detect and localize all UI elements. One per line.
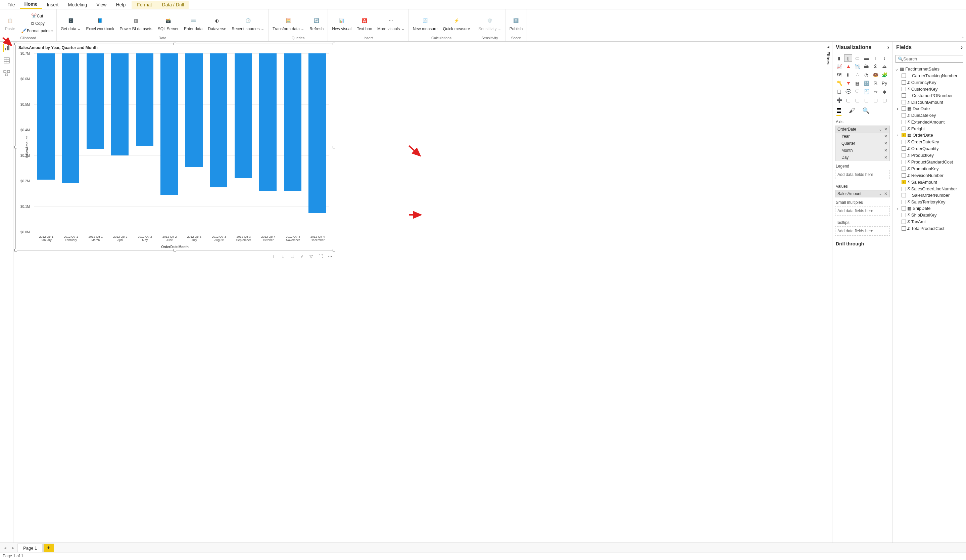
field-item[interactable]: ΣSalesTerritoryKey [893,199,966,205]
bar[interactable] [309,53,326,213]
quick-measure-button[interactable]: ⚡Quick measure [441,15,472,32]
viz-type-icon[interactable]: ▱ [871,88,879,95]
viz-type-icon[interactable]: Py [881,80,889,87]
pbi-datasets-button[interactable]: ▥Power BI datasets [117,15,154,32]
add-page-button[interactable]: + [43,544,54,552]
field-checkbox[interactable] [902,173,906,177]
field-item[interactable]: ΣExtendedAmount [893,118,966,125]
table-node[interactable]: ⌄ ▦ FactInternetSales [893,66,966,72]
filters-collapsed-pane[interactable]: ◂ Filters [824,42,833,542]
viz-type-icon[interactable]: 🏔 [862,63,870,70]
viz-type-icon[interactable]: ▢ [844,96,852,104]
field-checkbox[interactable] [902,180,906,184]
field-checkbox[interactable] [902,87,906,91]
viz-type-icon[interactable]: 🔢 [862,80,870,87]
field-item[interactable]: ΣProductKey [893,152,966,158]
viz-type-icon[interactable]: 🎗 [871,63,879,70]
field-checkbox[interactable] [902,160,906,164]
expand-filters-icon[interactable]: ◂ [827,44,830,49]
field-checkbox[interactable] [902,74,906,78]
fields-tab[interactable]: ≣ [836,107,841,116]
report-canvas[interactable]: SalesAmount by Year, Quarter and Month S… [13,42,824,542]
field-checkbox[interactable] [902,94,906,98]
sensitivity-button[interactable]: 🛡️Sensitivity ⌄ [476,15,503,32]
excel-workbook-button[interactable]: 📘Excel workbook [84,15,116,32]
values-well[interactable]: SalesAmount⌄✕ [835,190,890,197]
field-checkbox[interactable] [902,80,906,85]
viz-type-icon[interactable]: 🔺 [844,63,852,70]
field-item[interactable]: ΣProductStandardCost [893,158,966,165]
bar[interactable] [87,53,104,149]
viz-type-icon[interactable]: ▮ [835,54,843,62]
field-item[interactable]: ΣCurrencyKey [893,79,966,85]
enter-data-button[interactable]: ⌨️Enter data [182,15,204,32]
menu-modeling[interactable]: Modeling [63,1,92,9]
collapse-fields-icon[interactable]: › [961,44,963,50]
bar[interactable] [185,53,203,167]
viz-type-icon[interactable]: ◆ [881,88,889,95]
field-item[interactable]: ΣTaxAmt [893,218,966,225]
menu-file[interactable]: File [3,1,20,9]
filter-icon[interactable]: ▽ [308,253,314,259]
field-item[interactable]: ΣDiscountAmount [893,99,966,105]
refresh-button[interactable]: 🔄Refresh [307,15,325,32]
viz-type-icon[interactable]: ▬ [862,54,870,62]
viz-type-icon[interactable]: 🔻 [844,80,852,87]
viz-type-icon[interactable]: ∴ [853,71,861,79]
axis-well[interactable]: OrderDate⌄✕ Year✕ Quarter✕ Month✕ Day✕ [835,126,890,161]
field-checkbox[interactable] [902,206,906,210]
bar[interactable] [37,53,55,180]
field-checkbox[interactable] [902,226,906,231]
menu-format[interactable]: Format [131,1,157,9]
field-checkbox[interactable] [902,220,906,224]
bar[interactable] [111,53,128,156]
expand-all-icon[interactable]: ⑂ [298,253,305,259]
chevron-right-icon[interactable]: › [897,106,900,111]
tab-nav-next[interactable]: ▸ [10,544,17,552]
menu-data-drill[interactable]: Data / Drill [158,1,189,9]
field-checkbox[interactable] [902,126,906,131]
viz-type-icon[interactable]: ▢ [853,96,861,104]
viz-type-icon[interactable]: ▦ [853,80,861,87]
field-item[interactable]: ΣPromotionKey [893,165,966,172]
field-checkbox[interactable] [902,200,906,204]
small-multiples-drop[interactable]: Add data fields here [835,206,890,215]
viz-type-icon[interactable]: ▢ [881,96,889,104]
copy-button[interactable]: ⧉Copy [20,20,54,27]
focus-mode-icon[interactable]: ⛶ [317,253,324,259]
viz-type-icon[interactable]: 🗺 [835,71,843,79]
field-item[interactable]: ΣCustomerKey [893,85,966,92]
field-checkbox[interactable] [902,133,906,137]
viz-type-icon[interactable]: ➕ [835,96,843,104]
field-item[interactable]: SalesOrderNumber [893,192,966,199]
bar-chart-visual[interactable]: SalesAmount by Year, Quarter and Month S… [15,44,334,250]
chevron-right-icon[interactable]: › [897,206,900,211]
chevron-down-icon[interactable]: ⌄ [879,127,882,131]
get-data-button[interactable]: 🗄️Get data ⌄ [59,15,82,32]
viz-type-icon[interactable]: 🧾 [862,88,870,95]
field-checkbox[interactable] [902,153,906,158]
more-visuals-button[interactable]: ⋯More visuals ⌄ [375,15,406,32]
format-tab[interactable]: 🖌 [849,107,855,116]
field-checkbox[interactable] [902,120,906,124]
collapse-ribbon-button[interactable]: ⌃ [961,36,964,40]
viz-type-icon[interactable]: 🗨 [853,88,861,95]
field-item[interactable]: ΣSalesAmount [893,179,966,185]
paste-button[interactable]: 📋Paste [2,15,18,32]
field-item[interactable]: ΣTotalProductCost [893,225,966,232]
analytics-tab[interactable]: 🔍 [862,107,870,116]
transform-data-button[interactable]: 🧮Transform data ⌄ [271,15,306,32]
format-painter-button[interactable]: 🖌️Format painter [20,28,54,34]
viz-type-icon[interactable]: ▢ [871,96,879,104]
data-view-icon[interactable] [3,56,11,64]
text-box-button[interactable]: 🅰️Text box [355,15,374,32]
remove-field-icon[interactable]: ✕ [884,127,887,131]
remove-field-icon[interactable]: ✕ [884,191,887,196]
field-checkbox[interactable] [902,213,906,217]
viz-type-icon[interactable]: ⛰ [881,63,889,70]
viz-type-icon[interactable]: ℝ [871,80,879,87]
viz-type-icon[interactable]: 📉 [853,63,861,70]
viz-type-icon[interactable]: ⫾ [881,54,889,62]
viz-type-icon[interactable]: ▭ [853,54,861,62]
collapse-visualizations-icon[interactable]: › [887,44,889,50]
